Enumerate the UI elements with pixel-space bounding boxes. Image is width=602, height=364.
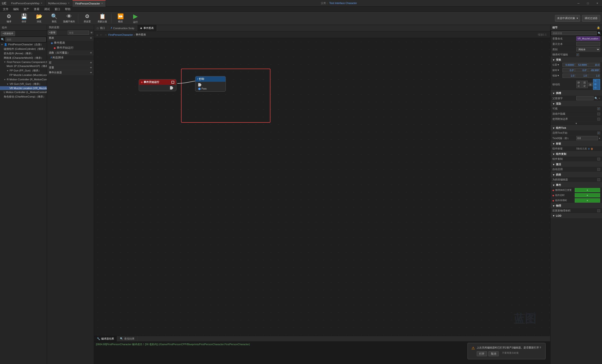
rotation-y[interactable] bbox=[575, 68, 587, 72]
tab-construction[interactable]: f Construction Scrip bbox=[108, 25, 137, 31]
tick-enabled-checkbox[interactable] bbox=[597, 132, 600, 135]
mobility-fixed[interactable]: 固定 bbox=[582, 81, 588, 88]
tree-item-charmove[interactable]: 角色移动 (CharMoveComp)（继承） bbox=[0, 94, 47, 99]
bake-for-editor-checkbox[interactable] bbox=[597, 178, 600, 181]
save-button[interactable]: 💾 保存 bbox=[17, 12, 31, 24]
menu-debug[interactable]: 调试 bbox=[42, 7, 52, 12]
tab-macro-close[interactable]: × bbox=[68, 2, 70, 4]
debug-target-dropdown[interactable]: 未选中调试对象 ▾ bbox=[555, 15, 580, 22]
run-button[interactable]: ▶ 运行 bbox=[129, 12, 142, 24]
blueprint-begin-play[interactable]: ◆ 事件开始运行 bbox=[47, 45, 94, 50]
add-graph-button[interactable]: + bbox=[90, 36, 92, 40]
render-section-title[interactable]: ▼ 渲染 bbox=[550, 101, 602, 106]
render-expand-arrow[interactable]: ▼ bbox=[575, 122, 578, 125]
menu-help[interactable]: 帮助 bbox=[63, 7, 72, 12]
location-y[interactable] bbox=[575, 63, 587, 67]
menu-window[interactable]: 窗口 bbox=[53, 7, 62, 12]
tree-item-vrmuzzle[interactable]: VR Muzzle Location (VR_MuzzleLocati... bbox=[0, 86, 47, 90]
class-settings-button[interactable]: ⚙ 类设置 bbox=[80, 12, 94, 24]
scale-z[interactable] bbox=[588, 73, 600, 78]
baking-section-title[interactable]: ▼ 烘焙 bbox=[550, 172, 602, 177]
cancel-button[interactable]: 取消 bbox=[488, 351, 499, 356]
replicate-checkbox[interactable] bbox=[597, 158, 600, 160]
tab-char-close[interactable]: × bbox=[101, 2, 103, 5]
mobility-movable[interactable]: 可移动 bbox=[593, 79, 600, 90]
macros-section-header[interactable]: 宏 + bbox=[47, 60, 94, 65]
replication-section-title[interactable]: ▼ 组件复制 bbox=[550, 152, 602, 156]
blueprint-search-input[interactable] bbox=[68, 31, 89, 35]
tab-map[interactable]: FirstPersonExampleMap × bbox=[8, 0, 45, 7]
tab-viewport[interactable]: □ 视口 bbox=[94, 25, 108, 31]
lod-section-title[interactable]: ▼ LOD bbox=[550, 214, 602, 218]
tree-item-mesh0[interactable]: 网格体 (CharacterMesh0)（继承） bbox=[0, 56, 47, 60]
add-variable-button[interactable]: + bbox=[90, 66, 92, 69]
tick-interval-input[interactable] bbox=[576, 136, 598, 140]
add-event-dispatcher-button[interactable]: + bbox=[90, 71, 92, 74]
tree-item-muzzle[interactable]: FP Muzzle Location (MuzzleLocation)（继... bbox=[0, 73, 47, 77]
tab-macro[interactable]: MyMacroLibrary × bbox=[45, 0, 73, 7]
scale-y[interactable] bbox=[575, 73, 587, 78]
mobility-fixed2[interactable]: ▤ bbox=[588, 83, 593, 86]
add-function-button[interactable]: + bbox=[90, 51, 92, 54]
scale-x[interactable] bbox=[562, 73, 575, 78]
tree-item-rmotion[interactable]: ▼ R Motion Controller (R_MotionControlle… bbox=[0, 77, 47, 82]
browse-button[interactable]: 📂 浏览 bbox=[32, 12, 46, 24]
physics-section-title[interactable]: ▼ 物理 bbox=[550, 203, 602, 208]
remove-tag-button[interactable]: 🗑 bbox=[591, 147, 593, 150]
add-component-button[interactable]: +添加组件 bbox=[1, 31, 15, 36]
event-dispatchers-section-header[interactable]: 事件分发器 + bbox=[47, 70, 94, 75]
new-blueprint-button[interactable]: +新增 bbox=[48, 31, 56, 35]
tree-item-self[interactable]: ▼ 👤 FirstPersonCharacter（自身） bbox=[0, 42, 47, 47]
back-arrow[interactable]: ← bbox=[99, 33, 103, 36]
editable-checkbox[interactable] bbox=[576, 53, 579, 56]
auto-activate-checkbox[interactable] bbox=[597, 168, 600, 171]
socket-search-icon[interactable]: 🔍 bbox=[594, 97, 598, 100]
hidden-in-game-checkbox[interactable] bbox=[597, 113, 600, 115]
variables-section-header[interactable]: 变量 + bbox=[47, 65, 94, 70]
add-tag-button[interactable]: + bbox=[588, 147, 590, 151]
rotation-z[interactable] bbox=[588, 68, 600, 72]
open-button[interactable]: 打开 bbox=[477, 351, 487, 356]
simulate-button[interactable]: ⏩ 模拟 bbox=[113, 12, 128, 24]
parent-socket-input[interactable] bbox=[576, 96, 593, 100]
event-physics-add-button[interactable]: + bbox=[575, 188, 600, 192]
visible-checkbox[interactable] bbox=[597, 107, 600, 110]
event-activate-add-button[interactable]: + bbox=[575, 193, 600, 198]
add-macro-button[interactable]: + bbox=[90, 61, 92, 64]
use-bounds-checkbox[interactable] bbox=[597, 118, 600, 121]
tab-char[interactable]: FirstPersonCharacter × bbox=[72, 0, 106, 7]
close-button[interactable]: × bbox=[593, 0, 602, 7]
transform-section-title[interactable]: ▼ 变换 bbox=[550, 57, 602, 62]
menu-view[interactable]: 查看 bbox=[32, 7, 41, 12]
menu-edit[interactable]: 编辑 bbox=[11, 7, 21, 12]
tree-item-camera[interactable]: ▼ First Person Camera Component (FirstPe… bbox=[0, 60, 47, 64]
tick-section-title[interactable]: ▼ 组件Tick bbox=[550, 125, 602, 130]
breadcrumb-root[interactable]: FirstPersonCharacter bbox=[108, 33, 133, 36]
forward-arrow[interactable]: → bbox=[104, 33, 108, 36]
blueprint-canvas[interactable]: ◆ 事件开始运行 f 打印 bbox=[94, 38, 550, 336]
display-text-input[interactable] bbox=[576, 42, 600, 46]
menu-file[interactable]: 文件 bbox=[1, 7, 10, 12]
event-deactivate-add-button[interactable]: + bbox=[575, 198, 600, 203]
hide-unrelated-button[interactable]: 👁 隐藏不相关 bbox=[62, 12, 76, 24]
tree-item-fpgun[interactable]: ▼ FP Gun (FP_Gun)（继承） bbox=[0, 68, 47, 73]
tab-find-results[interactable]: 🔍 查找结果 bbox=[117, 336, 138, 342]
class-defaults-button[interactable]: 📋 类默认值 bbox=[95, 12, 109, 24]
tab-compiler-results[interactable]: 🔧 编译器结果 bbox=[94, 336, 117, 342]
slots-section-title[interactable]: ▼ 插槽 bbox=[550, 91, 602, 96]
component-search-input[interactable] bbox=[5, 37, 46, 42]
tick-interval-arrow[interactable]: ▾ bbox=[599, 137, 600, 140]
home-icon[interactable]: ⌂ bbox=[96, 33, 98, 36]
location-z[interactable] bbox=[588, 63, 600, 67]
graphs-section-header[interactable]: 图表 + bbox=[47, 35, 94, 41]
tree-item-lmotion[interactable]: L Motion Controller (L_MotionController)… bbox=[0, 90, 47, 94]
tree-item-vrgun[interactable]: ▼ VR Gun (VR_Gun)（继承） bbox=[0, 82, 47, 86]
tree-item-arrow[interactable]: 箭头组件 (Arrow)（继承） bbox=[0, 51, 47, 56]
dont-show-label[interactable]: 不要再显示此项 bbox=[502, 351, 518, 356]
rotation-x[interactable] bbox=[562, 68, 575, 72]
compile-button[interactable]: ⚙ 编译 bbox=[2, 12, 16, 24]
blueprint-event-graph[interactable]: ◈ 事件图表 bbox=[47, 41, 94, 45]
debug-filter-button[interactable]: 调试过滤器 bbox=[582, 15, 600, 22]
node-event-begin-play[interactable]: ◆ 事件开始运行 bbox=[139, 79, 176, 91]
maximize-button[interactable]: □ bbox=[583, 0, 593, 7]
